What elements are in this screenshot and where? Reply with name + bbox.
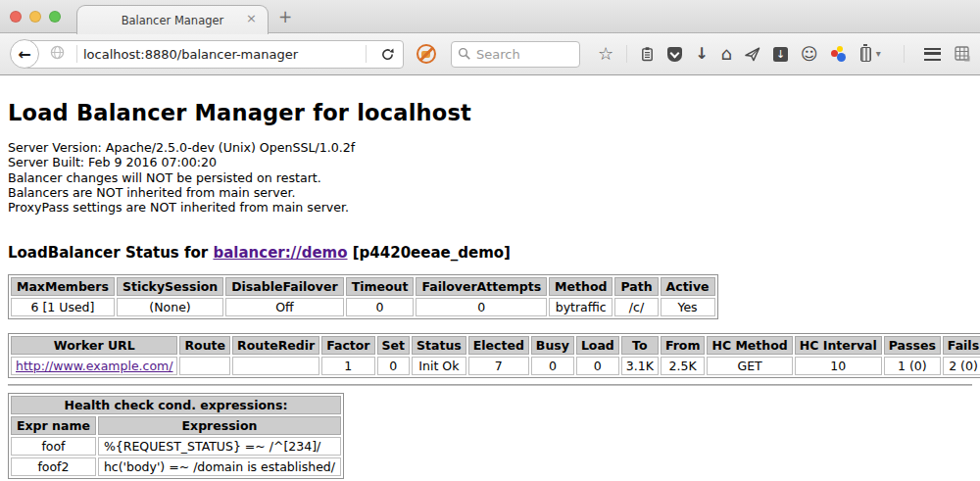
url-text[interactable]: localhost:8880/balancer-manager: [83, 47, 360, 62]
menu-hamburger-icon[interactable]: [924, 48, 941, 61]
server-version-line: Server Version: Apache/2.5.0-dev (Unix) …: [8, 140, 972, 155]
toolbar-divider: [626, 45, 627, 63]
toolbar-icons: ☆ ↓ ⌂ ↓ ☺ ▾: [598, 45, 881, 63]
col-to: To: [621, 336, 659, 355]
col-maxmembers: MaxMembers: [11, 277, 115, 296]
divider-rule: [8, 384, 972, 386]
window-close-button[interactable]: [10, 11, 22, 23]
browser-tab[interactable]: Balancer Manager ×: [76, 5, 269, 34]
video-download-icon[interactable]: ↓: [773, 47, 788, 62]
browser-window: Balancer Manager × + ← localhost:8880/ba…: [0, 0, 980, 481]
url-divider: [76, 45, 77, 63]
table-row: 6 [1 Used] (None) Off 0 0 bytraffic /c/ …: [11, 298, 715, 316]
chat-smiley-icon[interactable]: ☺: [801, 46, 818, 63]
menu-divider: [904, 45, 905, 63]
balancer-demo-link[interactable]: balancer://demo: [213, 244, 347, 262]
health-check-table: Health check cond. expressions: Expr nam…: [8, 393, 344, 479]
server-built-line: Server Built: Feb 9 2016 07:00:20: [8, 155, 972, 169]
battery-extension-icon[interactable]: [860, 47, 871, 62]
table-title-row: Health check cond. expressions:: [11, 396, 341, 414]
persist-notice-line: Balancer changes will NOT be persisted o…: [8, 170, 972, 185]
server-info: Server Version: Apache/2.5.0-dev (Unix) …: [8, 140, 972, 215]
search-input[interactable]: [476, 47, 564, 62]
table-row: foof %{REQUEST_STATUS} =~ /^[234]/: [11, 437, 341, 456]
home-icon[interactable]: ⌂: [721, 45, 732, 63]
col-failoverattempts: FailoverAttempts: [416, 277, 547, 296]
downloads-icon[interactable]: ↓: [695, 46, 708, 62]
reload-icon[interactable]: [380, 47, 395, 62]
col-status: Status: [412, 336, 466, 355]
table-row: http://www.example.com/ 1 0 Init Ok 7 0 …: [11, 357, 980, 375]
col-stickysession: StickySession: [117, 277, 223, 296]
col-elected: Elected: [468, 336, 529, 355]
page-title: Load Balancer Manager for localhost: [8, 75, 972, 125]
col-method: Method: [549, 277, 612, 296]
colored-dots-extension-icon[interactable]: [831, 46, 848, 62]
col-busy: Busy: [531, 336, 574, 355]
col-path: Path: [614, 277, 658, 296]
back-button[interactable]: ←: [10, 39, 39, 69]
site-identity-globe-icon[interactable]: [50, 45, 65, 64]
status-heading-suffix: [p4420eeae_demo]: [348, 244, 511, 262]
traffic-lights: [10, 11, 61, 23]
table-header-row: MaxMembers StickySession DisableFailover…: [11, 277, 715, 296]
url-bar[interactable]: localhost:8880/balancer-manager: [24, 40, 404, 69]
chevron-down-icon[interactable]: ▾: [876, 49, 881, 59]
search-box[interactable]: [451, 41, 580, 68]
toolbar-right-group: [898, 45, 970, 63]
col-timeout: Timeout: [346, 277, 415, 296]
col-route: Route: [179, 336, 230, 355]
col-hc-method: HC Method: [707, 336, 792, 355]
proxypass-notice-line: ProxyPass settings are NOT inherited fro…: [8, 200, 972, 215]
search-icon: [458, 47, 471, 61]
balancer-settings-table: MaxMembers StickySession DisableFailover…: [8, 274, 718, 319]
pocket-icon[interactable]: [667, 47, 682, 62]
col-hc-interval: HC Interval: [795, 336, 882, 355]
tab-close-icon[interactable]: ×: [246, 12, 257, 24]
tab-title: Balancer Manager: [122, 14, 224, 27]
balancers-notice-line: Balancers are NOT inherited from main se…: [8, 185, 972, 200]
col-factor: Factor: [321, 336, 374, 355]
clipboard-icon[interactable]: [640, 46, 655, 62]
content-blocked-icon[interactable]: [416, 44, 436, 64]
send-plane-icon[interactable]: [745, 47, 760, 62]
window-minimize-button[interactable]: [29, 11, 41, 23]
col-routeredir: RouteRedir: [232, 336, 319, 355]
bookmark-star-icon[interactable]: ☆: [598, 45, 613, 63]
col-disablefailover: DisableFailover: [225, 277, 343, 296]
col-expression: Expression: [98, 416, 341, 435]
health-table-title: Health check cond. expressions:: [11, 396, 341, 414]
tab-groups-icon[interactable]: [955, 46, 970, 62]
table-header-row: Expr name Expression: [11, 416, 341, 435]
navigation-toolbar: ← localhost:8880/balancer-manager ☆: [0, 33, 980, 75]
reload-divider: [366, 45, 367, 63]
col-passes: Passes: [884, 336, 941, 355]
col-active: Active: [661, 277, 715, 296]
worker-status-table: Worker URL Route RouteRedir Factor Set S…: [8, 333, 980, 378]
col-expr-name: Expr name: [11, 416, 96, 435]
worker-url-link[interactable]: http://www.example.com/: [16, 359, 172, 373]
new-tab-button[interactable]: +: [278, 7, 292, 26]
window-zoom-button[interactable]: [49, 11, 61, 23]
col-from: From: [661, 336, 706, 355]
col-fails: Fails: [943, 336, 980, 355]
table-row: foof2 hc('body') =~ /domain is establish…: [11, 457, 341, 476]
loadbalancer-status-heading: LoadBalancer Status for balancer://demo …: [8, 244, 972, 262]
col-worker-url: Worker URL: [11, 336, 177, 355]
status-heading-prefix: LoadBalancer Status for: [8, 244, 213, 262]
tab-bar: Balancer Manager × +: [0, 0, 980, 33]
table-header-row: Worker URL Route RouteRedir Factor Set S…: [11, 336, 980, 355]
col-load: Load: [576, 336, 619, 355]
col-set: Set: [377, 336, 410, 355]
page-content: Load Balancer Manager for localhost Serv…: [0, 75, 980, 480]
